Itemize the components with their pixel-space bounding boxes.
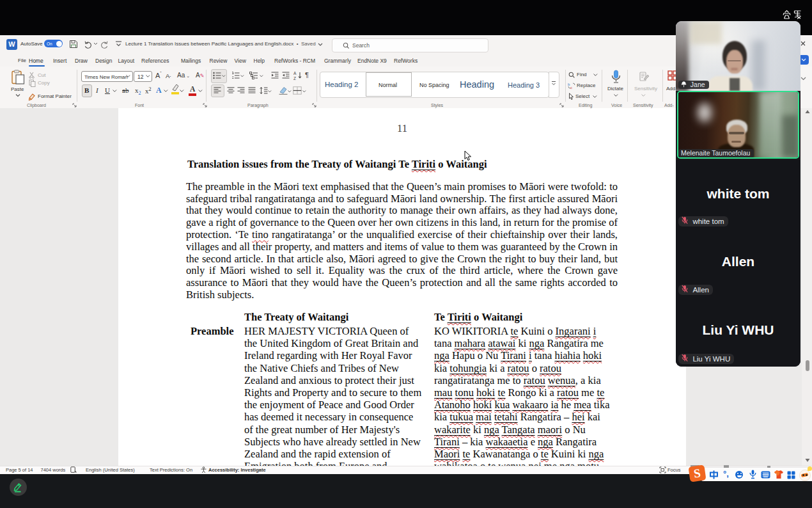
svg-text:Z: Z — [293, 76, 296, 81]
svg-text:c: c — [570, 86, 572, 90]
svg-text:A: A — [293, 71, 297, 75]
